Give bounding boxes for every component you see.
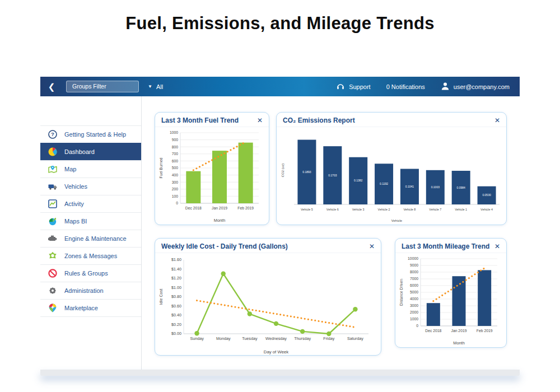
sidebar-item-label: Marketplace [64,305,98,311]
sidebar-item-label: Activity [64,200,84,207]
close-icon[interactable]: ✕ [494,117,500,124]
svg-text:Distance Driven: Distance Driven [399,279,403,306]
svg-text:0.0530: 0.0530 [482,193,491,197]
panel-title-fuel-trend: Last 3 Month Fuel Trend [161,116,239,124]
sidebar-item-vehicles[interactable]: Vehicles [40,178,141,195]
svg-text:$0.00: $0.00 [171,331,181,336]
svg-text:5000: 5000 [410,290,418,294]
chart-idle-cost: $0.00$0.20$0.40$0.60$0.80$1.00$1.20$1.40… [155,253,381,355]
groups-filter-input[interactable]: Groups Filter [66,81,139,92]
no-entry-icon [48,268,58,278]
svg-text:0.0984: 0.0984 [457,186,466,189]
svg-text:$0.60: $0.60 [171,304,181,309]
sidebar-item-maps-bi[interactable]: Maps BI [40,212,141,230]
close-icon[interactable]: ✕ [494,243,500,250]
sidebar-item-getting-started-help[interactable]: ?Getting Started & Help [40,125,141,143]
notifications-label: 0 Notifications [386,83,425,90]
svg-text:500: 500 [172,166,179,170]
svg-text:0.1003: 0.1003 [431,185,440,189]
svg-text:Wednesday: Wednesday [265,336,287,341]
svg-text:700: 700 [172,152,179,156]
svg-text:0.1893: 0.1893 [302,170,311,174]
svg-text:$1.00: $1.00 [171,285,181,290]
svg-text:0: 0 [416,324,418,328]
panel-title-co2-emissions: CO₂ Emissions Report [283,116,355,124]
svg-text:$0.80: $0.80 [171,294,181,299]
sidebar-item-label: Getting Started & Help [64,131,126,138]
page-title: Fuel, Emissions, and Mileage Trends [0,13,560,34]
sidebar-item-label: Zones & Messages [64,253,117,259]
panel-fuel-trend: Last 3 Month Fuel Trend✕0100200300400500… [155,112,269,225]
svg-text:200: 200 [172,187,179,191]
topbar-right: Support 0 Notifications user@company.com [336,82,510,92]
notifications-button[interactable]: 0 Notifications [386,83,425,90]
panel-header: Last 3 Month Mileage Trend✕ [395,239,506,253]
svg-text:Vehicle 6: Vehicle 6 [326,208,339,211]
back-chevron-icon[interactable]: ❮ [40,82,63,92]
sidebar-item-label: Engine & Maintenance [64,235,127,242]
sidebar-item-marketplace[interactable]: Marketplace [40,299,141,317]
svg-text:Monday: Monday [216,336,231,341]
svg-text:$1.40: $1.40 [171,267,181,272]
close-icon[interactable]: ✕ [369,243,375,250]
chevron-down-icon[interactable]: ▼ [148,84,152,89]
dashboard-bottom-edge [40,370,520,376]
sidebar-item-label: Administration [64,287,104,294]
sidebar-item-label: Rules & Groups [64,270,108,277]
chart-mileage-trend: 0100020003000400050006000700080009000100… [395,253,506,346]
chart-fuel-trend: 01002003004005006007008009001000Dec 2018… [155,127,269,223]
support-label: Support [349,83,371,90]
svg-text:0.1382: 0.1382 [354,179,363,182]
headset-icon [336,82,345,92]
svg-text:7000: 7000 [410,277,418,281]
truck-icon [48,181,58,192]
svg-text:Vehicle 5: Vehicle 5 [301,208,313,211]
maps-bi-icon [48,216,58,226]
svg-text:$0.20: $0.20 [171,322,181,327]
svg-text:0.1041: 0.1041 [405,185,414,188]
svg-text:Idle Cost: Idle Cost [158,289,164,305]
svg-text:$0.40: $0.40 [171,312,181,318]
sidebar-item-rules-groups[interactable]: Rules & Groups [40,264,141,282]
sidebar-item-label: Dashboard [64,148,95,155]
sidebar-item-label: Map [64,166,76,172]
svg-text:Thursday: Thursday [294,336,311,341]
panel-idle-cost: Weekly Idle Cost - Daily Trend (Gallons)… [155,238,381,356]
svg-text:$1.60: $1.60 [171,257,181,262]
map-pin-icon [48,164,58,174]
support-button[interactable]: Support [336,82,371,92]
panel-title-mileage-trend: Last 3 Month Mileage Trend [402,242,489,250]
svg-text:800: 800 [172,145,179,149]
svg-text:$1.20: $1.20 [171,276,181,281]
svg-text:Dec 2018: Dec 2018 [425,329,441,333]
svg-text:0: 0 [176,201,178,205]
user-icon [441,82,450,92]
svg-text:Feb 2019: Feb 2019 [237,206,254,210]
svg-text:Jan 2019: Jan 2019 [212,206,227,210]
svg-text:Fuel Burned: Fuel Burned [159,157,163,178]
svg-text:2000: 2000 [410,310,418,314]
user-menu[interactable]: user@company.com [441,82,510,92]
sidebar-item-activity[interactable]: Activity [40,195,141,212]
panel-title-idle-cost: Weekly Idle Cost - Daily Trend (Gallons) [161,242,288,250]
marketplace-pin-icon [48,303,58,313]
sidebar-list: ?Getting Started & HelpDashboardMapVehic… [40,125,141,317]
svg-text:Vehicle 4: Vehicle 4 [480,208,493,211]
svg-text:900: 900 [172,138,179,142]
zones-icon [48,251,58,261]
svg-text:9000: 9000 [410,263,418,267]
svg-text:Day of Week: Day of Week [264,349,289,354]
sidebar-item-zones-messages[interactable]: Zones & Messages [40,247,141,264]
sidebar-item-label: Maps BI [64,218,87,225]
svg-text:400: 400 [172,173,179,177]
sidebar-item-administration[interactable]: Administration [40,282,141,299]
sidebar-item-label: Vehicles [64,183,87,190]
svg-text:6000: 6000 [410,283,418,287]
svg-text:CO2 (oz): CO2 (oz) [281,164,284,177]
group-dropdown-value[interactable]: All [156,83,163,90]
sidebar-item-map[interactable]: Map [40,160,141,178]
main-content: Last 3 Month Fuel Trend✕0100200300400500… [142,96,520,370]
sidebar-item-engine-maintenance[interactable]: Engine & Maintenance [40,230,141,247]
close-icon[interactable]: ✕ [257,117,263,124]
sidebar-item-dashboard[interactable]: Dashboard [40,143,141,160]
